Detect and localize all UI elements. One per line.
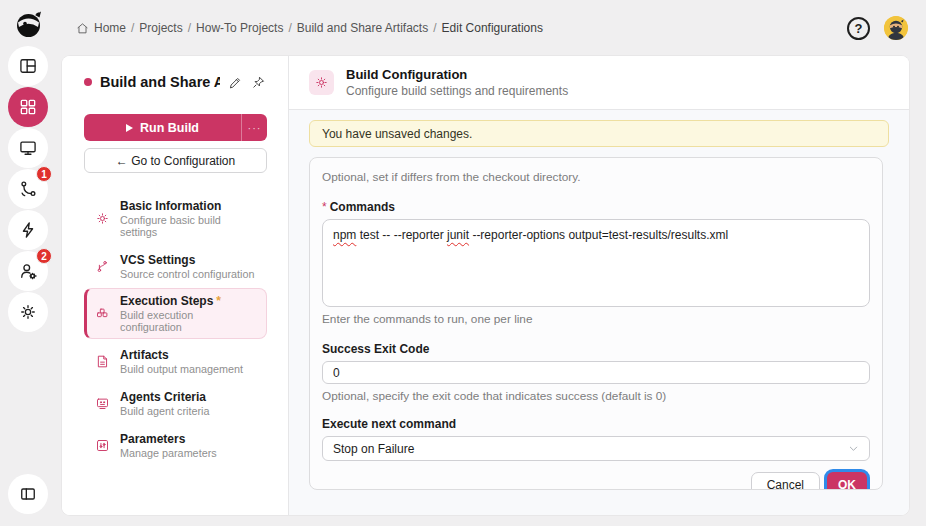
pin-icon[interactable] — [251, 75, 266, 90]
nav-item-vcs-settings[interactable]: VCS Settings Source control configuratio… — [84, 246, 267, 286]
required-asterisk: * — [216, 294, 221, 308]
agents-badge: 2 — [36, 248, 52, 264]
nav-item-basic-information[interactable]: Basic Information Configure basic build … — [84, 193, 267, 244]
rail-agents-button[interactable]: 2 — [8, 251, 48, 291]
nav-item-agents-criteria[interactable]: Agents Criteria Build agent criteria — [84, 383, 267, 423]
user-avatar[interactable] — [884, 16, 908, 40]
rail-collapse-button[interactable] — [8, 474, 48, 514]
required-asterisk: * — [322, 200, 327, 214]
breadcrumb-separator: / — [131, 21, 134, 35]
rail-builds-button[interactable]: 1 — [8, 169, 48, 209]
run-build-more-button[interactable]: ··· — [241, 114, 267, 141]
gear-icon — [95, 211, 110, 226]
nav-item-subtitle: Source control configuration — [120, 268, 254, 280]
builds-hook-icon — [18, 179, 38, 199]
breadcrumb-howto-projects[interactable]: How-To Projects — [196, 21, 283, 35]
run-build-label: Run Build — [140, 121, 199, 135]
nav-item-title: VCS Settings — [120, 253, 254, 267]
breadcrumb-separator: / — [288, 21, 291, 35]
home-icon — [76, 22, 89, 35]
nav-item-parameters[interactable]: Parameters Manage parameters — [84, 425, 267, 465]
artifact-file-icon — [95, 354, 110, 369]
rail-settings-button[interactable] — [8, 292, 48, 332]
user-gear-icon — [18, 261, 38, 281]
commands-hint: Enter the commands to run, one per line — [322, 312, 870, 326]
apps-grid-icon — [18, 97, 38, 117]
breadcrumb-build-share[interactable]: Build and Share Artifacts — [297, 21, 428, 35]
nav-item-title: Basic Information — [120, 199, 258, 213]
build-config-sidebar: Build and Share Ar... Run Build ··· ← Go… — [62, 56, 289, 515]
nav-item-execution-steps[interactable]: Execution Steps* Build execution configu… — [84, 288, 267, 339]
next-command-select[interactable]: Stop on Failure — [322, 436, 870, 461]
settings-nav: Basic Information Configure basic build … — [84, 193, 266, 465]
exit-code-label: Success Exit Code — [322, 342, 870, 356]
form-actions: Cancel OK — [322, 472, 870, 490]
build-title: Build and Share Ar... — [100, 74, 220, 90]
collapse-panel-icon — [18, 484, 38, 504]
nav-item-title: Parameters — [120, 432, 217, 446]
exit-code-input[interactable] — [322, 361, 870, 384]
nav-item-title: Agents Criteria — [120, 390, 209, 404]
breadcrumb: Home / Projects / How-To Projects / Buil… — [76, 21, 543, 35]
breadcrumb-home[interactable]: Home — [94, 21, 126, 35]
breadcrumb-separator: / — [433, 21, 436, 35]
rail-dashboard-button[interactable] — [8, 46, 48, 86]
nav-item-subtitle: Build output management — [120, 363, 243, 375]
branch-icon — [95, 259, 110, 274]
checkout-directory-hint: Optional, set if differs from the checko… — [322, 170, 870, 184]
icon-rail: 1 2 — [0, 0, 56, 526]
rail-actions-button[interactable] — [8, 210, 48, 250]
exit-code-hint: Optional, specify the exit code that ind… — [322, 389, 870, 403]
commands-label: *Commands — [322, 200, 870, 214]
goto-configuration-button[interactable]: ← Go to Configuration — [84, 148, 267, 173]
nav-item-subtitle: Configure basic build settings — [120, 214, 258, 238]
breadcrumb-projects[interactable]: Projects — [139, 21, 182, 35]
nav-item-subtitle: Build agent criteria — [120, 405, 209, 417]
status-dot — [84, 78, 92, 86]
help-button[interactable]: ? — [847, 17, 870, 40]
nav-item-title: Artifacts — [120, 348, 243, 362]
execution-step-form: Optional, set if differs from the checko… — [309, 157, 883, 490]
rail-projects-button[interactable] — [8, 87, 48, 127]
unsaved-changes-banner: You have unsaved changes. — [309, 120, 889, 147]
agent-monitor-icon — [95, 396, 110, 411]
next-command-label: Execute next command — [322, 417, 870, 431]
layout-dashboard-icon — [18, 56, 38, 76]
top-bar: Home / Projects / How-To Projects / Buil… — [56, 0, 926, 56]
cancel-button[interactable]: Cancel — [751, 472, 820, 490]
build-configuration-panel: Build Configuration Configure build sett… — [289, 56, 909, 515]
ok-button[interactable]: OK — [827, 472, 867, 490]
next-command-value: Stop on Failure — [333, 442, 414, 456]
panel-content: You have unsaved changes. Optional, set … — [289, 110, 909, 490]
commands-textarea[interactable]: npm test -- --reporter junit --reporter-… — [322, 219, 870, 307]
monitor-icon — [18, 138, 38, 158]
play-icon — [126, 124, 133, 132]
rail-screens-button[interactable] — [8, 128, 48, 168]
ninja-logo[interactable] — [13, 8, 45, 40]
goto-configuration-label: ← Go to Configuration — [116, 154, 235, 168]
banner-text: You have unsaved changes. — [322, 127, 472, 141]
page-subtitle: Configure build settings and requirement… — [346, 84, 568, 98]
edit-pencil-icon[interactable] — [228, 75, 243, 90]
nav-item-artifacts[interactable]: Artifacts Build output management — [84, 341, 267, 381]
settings-gear-icon — [18, 302, 38, 322]
lightning-icon — [18, 220, 38, 240]
build-config-icon-box — [309, 70, 334, 95]
parameters-icon — [95, 438, 110, 453]
nav-item-subtitle: Build execution configuration — [120, 309, 258, 333]
avatar-ninja-icon — [884, 16, 908, 40]
nav-item-title: Execution Steps* — [120, 294, 258, 308]
breadcrumb-edit-configurations[interactable]: Edit Configurations — [442, 21, 543, 35]
chevron-down-icon — [848, 443, 859, 454]
main-surface: Build and Share Ar... Run Build ··· ← Go… — [62, 56, 909, 515]
nav-item-subtitle: Manage parameters — [120, 447, 217, 459]
gear-icon — [314, 75, 329, 90]
commands-text: npm test -- --reporter junit --reporter-… — [333, 228, 728, 242]
run-build-button[interactable]: Run Build ··· — [84, 114, 267, 141]
steps-icon — [95, 306, 110, 321]
panel-header: Build Configuration Configure build sett… — [289, 56, 909, 110]
builds-badge: 1 — [36, 166, 52, 182]
breadcrumb-separator: / — [188, 21, 191, 35]
page-title: Build Configuration — [346, 67, 568, 82]
